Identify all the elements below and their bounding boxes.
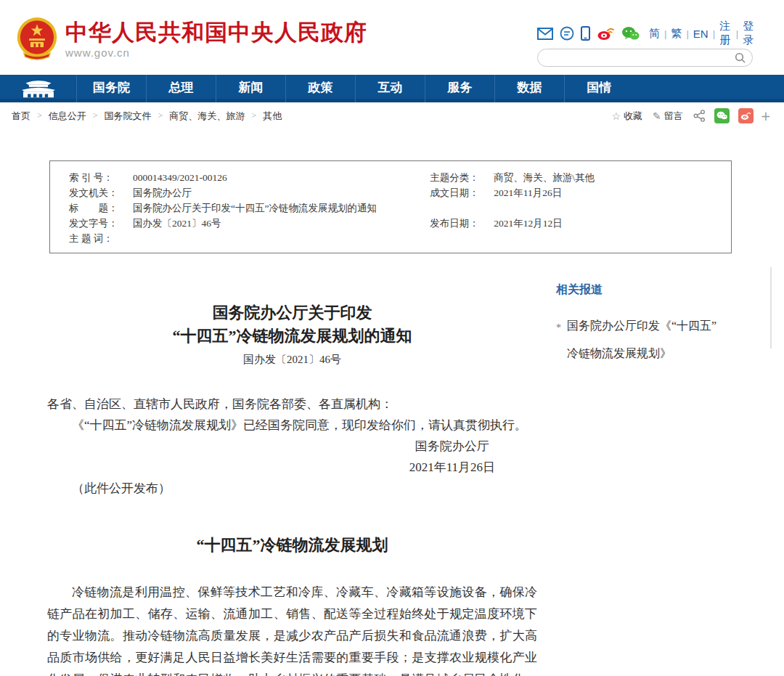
- plan-title: “十四五”冷链物流发展规划: [47, 534, 537, 556]
- nav-item-interaction[interactable]: 互动: [355, 75, 425, 102]
- salutation: 各省、自治区、直辖市人民政府，国务院各部委、各直属机构：: [47, 394, 537, 415]
- wechat-icon[interactable]: [621, 26, 640, 41]
- lang-english[interactable]: EN: [693, 28, 709, 40]
- brand-text: 中华人民共和国中央人民政府 www.gov.cn: [65, 20, 367, 59]
- breadcrumb-state-council-docs[interactable]: 国务院文件: [105, 110, 152, 123]
- search-icon[interactable]: [735, 52, 746, 64]
- meta-category-label: 主题分类：: [430, 171, 494, 184]
- breadcrumb-home[interactable]: 首页: [12, 110, 30, 123]
- comment-button[interactable]: ✎ 留言: [653, 110, 683, 123]
- breadcrumb-info-disclosure[interactable]: 信息公开: [49, 110, 86, 123]
- site-header: 中华人民共和国中央人民政府 www.gov.cn 简 | 繁: [0, 0, 784, 75]
- favorite-button[interactable]: ☆ 收藏: [611, 110, 642, 123]
- sign-date: 2021年11月26日: [409, 457, 495, 478]
- related-report-text: 国务院办公厅印发《“十四五”冷链物流发展规划》: [567, 319, 716, 359]
- page-tools: ☆ 收藏 ✎ 留言 +: [601, 108, 771, 123]
- meta-written-date-value: 2021年11月26日: [494, 186, 714, 200]
- search-box: [537, 49, 753, 67]
- meta-category-value: 商贸、海关、旅游\其他: [494, 171, 714, 184]
- meta-written-date-label: 成文日期：: [430, 186, 494, 200]
- meta-issuer-label: 发文机关：: [69, 186, 133, 200]
- pencil-icon: ✎: [653, 110, 661, 122]
- breadcrumb-other[interactable]: 其他: [263, 110, 282, 123]
- signature-block: 国务院办公厅 2021年11月26日: [409, 436, 495, 478]
- meta-right-column: 主题分类：商贸、海关、旅游\其他 成文日期：2021年11月26日 发布日期：2…: [430, 171, 714, 247]
- site-url: www.gov.cn: [65, 46, 367, 59]
- tiananmen-icon: [17, 78, 60, 99]
- document-number: 国办发〔2021〕46号: [47, 353, 537, 367]
- register-link[interactable]: 注册: [719, 20, 732, 47]
- search-input[interactable]: [547, 50, 728, 65]
- language-links: 简 | 繁 | EN | 注册 | 登录: [649, 20, 755, 47]
- national-emblem-icon: [16, 16, 58, 62]
- sidebar-title: 相关报道: [556, 282, 755, 298]
- main-area: 国务院办公厅关于印发 “十四五”冷链物流发展规划的通知 国办发〔2021〕46号…: [0, 282, 784, 676]
- nav-home-button[interactable]: [0, 75, 76, 102]
- meta-left-column: 索 引 号：000014349/2021-00126 发文机关：国务院办公厅 标…: [69, 171, 430, 247]
- meta-keywords-value: [133, 232, 430, 245]
- scrollbar[interactable]: [770, 267, 772, 349]
- more-tools-button[interactable]: +: [761, 109, 771, 123]
- nav-item-news[interactable]: 新闻: [216, 75, 285, 102]
- main-nav: 国务院 总理 新闻 政策 互动 服务 数据 国情: [0, 75, 784, 102]
- meta-title-label: 标 题：: [69, 201, 133, 215]
- site-logo[interactable]: 中华人民共和国中央人民政府 www.gov.cn: [16, 16, 367, 62]
- document-meta-box: 索 引 号：000014349/2021-00126 发文机关：国务院办公厅 标…: [49, 160, 732, 253]
- breadcrumb-bar: 首页 > 信息公开 > 国务院文件 > 商贸、海关、旅游 > 其他 ☆ 收藏 ✎…: [0, 102, 784, 129]
- meta-docnum-label: 发文字号：: [69, 216, 133, 230]
- meta-title-value: 国务院办公厅关于印发“十四五”冷链物流发展规划的通知: [133, 201, 430, 215]
- site-title: 中华人民共和国中央人民政府: [65, 20, 367, 45]
- share-icon: [693, 110, 706, 122]
- nav-item-state-council[interactable]: 国务院: [76, 75, 146, 102]
- bullet-icon: *: [556, 314, 561, 342]
- meta-publish-date-label: 发布日期：: [430, 216, 494, 230]
- nav-item-national[interactable]: 国情: [564, 75, 634, 102]
- plan-intro-paragraph: 冷链物流是利用温控、保鲜等技术工艺和冷库、冷藏车、冷藏箱等设施设备，确保冷链产品…: [47, 582, 537, 676]
- meta-publish-date-value: 2021年12月12日: [494, 216, 714, 230]
- public-release-note: （此件公开发布）: [47, 478, 537, 499]
- nav-item-policy[interactable]: 政策: [285, 75, 355, 102]
- related-report-link[interactable]: * 国务院办公厅印发《“十四五”冷链物流发展规划》: [556, 312, 719, 367]
- star-icon: ☆: [611, 110, 621, 122]
- breadcrumb-trade-customs-tourism[interactable]: 商贸、海关、旅游: [169, 110, 245, 123]
- nav-item-services[interactable]: 服务: [425, 75, 494, 102]
- notice-paragraph: 《“十四五”冷链物流发展规划》已经国务院同意，现印发给你们，请认真贯彻执行。: [47, 415, 537, 436]
- related-reports-sidebar: 相关报道 * 国务院办公厅印发《“十四五”冷链物流发展规划》: [537, 282, 755, 676]
- weibo-share-button[interactable]: [738, 108, 754, 123]
- mobile-icon[interactable]: [581, 26, 590, 41]
- nav-item-premier[interactable]: 总理: [146, 75, 216, 102]
- signer: 国务院办公厅: [409, 436, 495, 457]
- topbar: 简 | 繁 | EN | 注册 | 登录: [537, 25, 755, 67]
- meta-index-label: 索 引 号：: [69, 171, 133, 184]
- article-title-line1: 国务院办公厅关于印发: [47, 301, 537, 325]
- meta-index-value: 000014349/2021-00126: [133, 171, 430, 184]
- nav-item-data[interactable]: 数据: [494, 75, 564, 102]
- weibo-icon[interactable]: [597, 26, 615, 41]
- wechat-share-button[interactable]: [714, 108, 730, 123]
- meta-keywords-label: 主 题 词：: [69, 232, 133, 245]
- meta-issuer-value: 国务院办公厅: [133, 186, 430, 200]
- login-link[interactable]: 登录: [743, 20, 755, 47]
- lang-simplified[interactable]: 简: [649, 27, 660, 41]
- article: 国务院办公厅关于印发 “十四五”冷链物流发展规划的通知 国办发〔2021〕46号…: [47, 282, 537, 676]
- meta-docnum-value: 国办发〔2021〕46号: [133, 216, 430, 230]
- message-icon[interactable]: [560, 26, 574, 41]
- lang-traditional[interactable]: 繁: [671, 27, 682, 41]
- share-button[interactable]: [693, 110, 706, 122]
- weibo-share-icon: [740, 111, 751, 121]
- mail-icon[interactable]: [537, 28, 553, 40]
- wechat-share-icon: [716, 111, 727, 121]
- article-title-line2: “十四五”冷链物流发展规划的通知: [47, 325, 537, 348]
